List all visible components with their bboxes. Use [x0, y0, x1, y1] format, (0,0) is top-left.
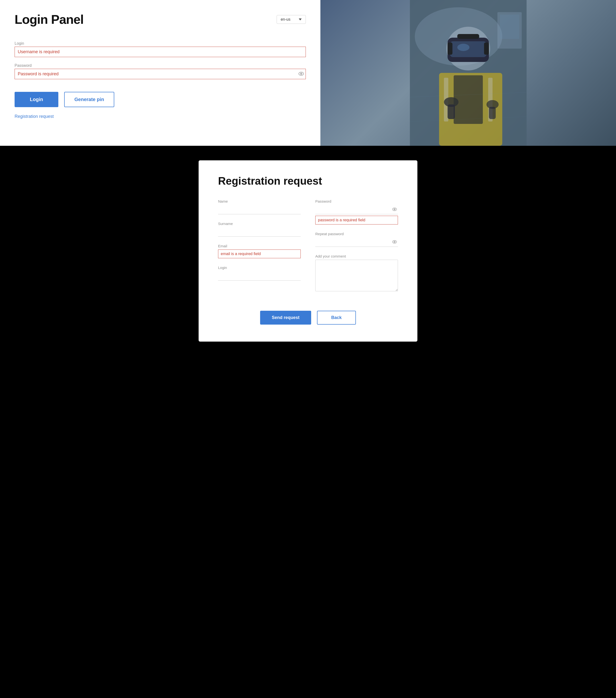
comment-field: Add your comment: [315, 254, 398, 291]
repeat-password-input[interactable]: [315, 237, 398, 247]
registration-buttons: Send request Back: [218, 311, 398, 324]
surname-field: Surname: [218, 222, 301, 237]
login-button[interactable]: Login: [15, 92, 58, 107]
name-input[interactable]: [218, 205, 301, 214]
login-input[interactable]: [218, 271, 301, 281]
chevron-down-icon: [299, 18, 302, 20]
registration-link[interactable]: Registration request: [15, 114, 306, 119]
repeat-password-wrapper: [315, 237, 398, 247]
username-input[interactable]: [15, 47, 306, 57]
name-label: Name: [218, 199, 301, 203]
right-column: Password: [315, 199, 398, 298]
surname-input[interactable]: [218, 227, 301, 237]
svg-point-15: [457, 44, 469, 51]
login-title: Login Panel: [15, 12, 84, 27]
reg-password-error-input[interactable]: [315, 216, 398, 224]
eye-icon-reg-password[interactable]: [392, 207, 397, 212]
email-label: Email: [218, 244, 301, 248]
reg-password-input[interactable]: [315, 205, 398, 214]
login-field: Login: [218, 266, 301, 281]
svg-rect-12: [457, 34, 479, 39]
generate-pin-button[interactable]: Generate pin: [64, 92, 114, 107]
left-column: Name Surname Email Login: [218, 199, 301, 298]
send-request-button[interactable]: Send request: [260, 311, 311, 324]
svg-rect-6: [454, 75, 483, 124]
svg-rect-21: [500, 15, 519, 39]
password-reg-field: Password: [315, 199, 398, 224]
password-label: Password: [15, 64, 306, 68]
back-button[interactable]: Back: [317, 311, 356, 324]
svg-rect-17: [448, 104, 455, 119]
password-input[interactable]: [15, 69, 306, 79]
registration-card: Registration request Name Surname Email: [199, 160, 417, 341]
username-field-wrapper: [15, 47, 306, 57]
eye-icon-login[interactable]: [299, 71, 304, 77]
login-form: Login Password: [15, 39, 306, 119]
bottom-section: Registration request Name Surname Email: [0, 146, 616, 361]
registration-form: Name Surname Email Login: [218, 199, 398, 298]
lang-select[interactable]: en-us: [277, 15, 306, 24]
password-field-wrapper: [15, 69, 306, 79]
email-input[interactable]: [218, 250, 301, 258]
svg-point-31: [394, 241, 395, 242]
comment-label: Add your comment: [315, 254, 398, 258]
svg-point-28: [394, 209, 395, 210]
svg-point-2: [301, 73, 301, 74]
email-field: Email: [218, 244, 301, 258]
svg-rect-19: [489, 107, 496, 119]
login-field-label: Login: [218, 266, 301, 270]
password-input-wrapper: [315, 205, 398, 214]
lang-select-value: en-us: [281, 17, 290, 22]
vr-background-image: [320, 0, 616, 146]
surname-label: Surname: [218, 222, 301, 226]
vr-image-panel: [320, 0, 616, 146]
login-section-label: Login: [15, 41, 306, 46]
reg-password-label: Password: [315, 199, 398, 203]
svg-rect-14: [484, 43, 489, 55]
repeat-password-field: Repeat password: [315, 232, 398, 247]
login-header: Login Panel en-us: [15, 12, 306, 27]
top-section: Login Panel en-us Login Password: [0, 0, 616, 146]
comment-textarea[interactable]: [315, 260, 398, 291]
repeat-password-label: Repeat password: [315, 232, 398, 236]
eye-icon-repeat-password[interactable]: [392, 239, 397, 245]
name-field: Name: [218, 199, 301, 214]
registration-title: Registration request: [218, 175, 398, 187]
svg-rect-13: [448, 43, 452, 55]
login-buttons: Login Generate pin: [15, 92, 306, 107]
login-panel: Login Panel en-us Login Password: [0, 0, 320, 146]
